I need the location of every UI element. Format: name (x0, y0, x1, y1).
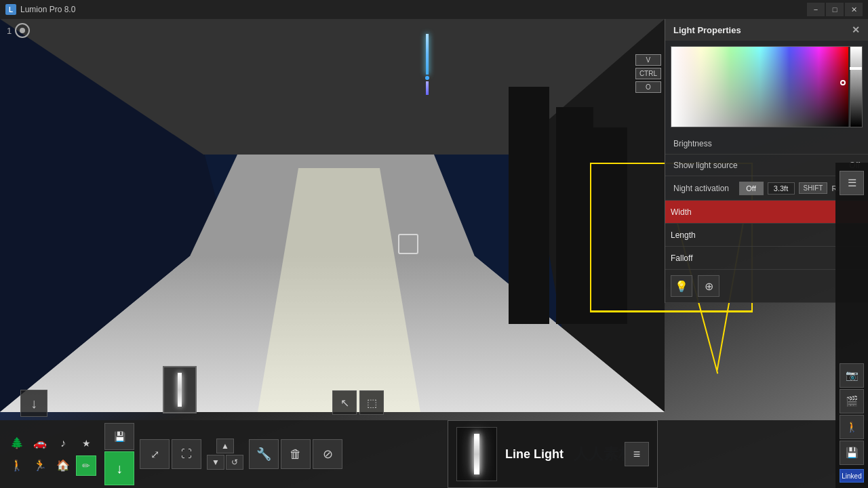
save-scene-button[interactable]: 💾 (104, 423, 134, 450)
transform-icons: ⤢ ⛶ (140, 439, 201, 469)
music-icon-btn[interactable]: ♪ (53, 433, 73, 453)
scene-eye: 1 (7, 23, 30, 38)
car-icon-btn[interactable]: 🚗 (30, 433, 50, 453)
svg-rect-6 (509, 87, 549, 324)
run-icon-btn[interactable]: 🏃 (30, 455, 50, 476)
cursor-arrow-button[interactable]: ↖ (332, 390, 357, 415)
arrow-mid-row: ▼ ↺ (207, 455, 243, 470)
watermark: 人人素材社区 (68, 102, 141, 118)
crosshair (398, 234, 418, 254)
light-body (426, 34, 429, 75)
move-button[interactable]: ⤢ (140, 439, 170, 469)
night-off-button[interactable]: Off (739, 182, 764, 195)
watermark: 人人素材社区 (34, 169, 107, 186)
minimize-button[interactable]: − (807, 3, 825, 16)
camera-icon-btn[interactable]: 📷 (840, 363, 864, 388)
svg-rect-8 (593, 127, 627, 324)
svg-marker-3 (0, 256, 665, 412)
settings-icon: ≡ (633, 447, 641, 462)
falloff-label: Falloff (671, 253, 692, 263)
edit-tools: 🔧 🗑 ⊘ (249, 439, 342, 469)
walk-icon-btn[interactable]: 🚶 (7, 455, 27, 476)
film-icon-btn[interactable]: 🎬 (840, 389, 864, 413)
rotate-button[interactable]: ↺ (226, 455, 243, 470)
watermark: 人人素材社区 (136, 41, 209, 57)
selected-light-indicator (163, 366, 197, 413)
shift-key-label: SHIFT (799, 182, 828, 194)
brightness-label: Brightness (673, 139, 860, 148)
night-activation-label: Night activation (673, 184, 735, 193)
svg-rect-7 (556, 107, 593, 324)
arrow-down-button[interactable]: ▼ (207, 455, 224, 470)
ctrl-key: CTRL (635, 68, 661, 79)
tag-icon-btn[interactable]: ✏ (76, 455, 96, 476)
arrow-up-button[interactable]: ▲ (216, 439, 234, 453)
cursor-rect-button[interactable]: ⬚ (359, 390, 384, 415)
category-icons-group: 🌲 🚗 ♪ ★ 🚶 🏃 🏠 ✏ (7, 433, 96, 476)
light-bulb-button[interactable]: 💡 (671, 275, 692, 297)
line-light-bar (474, 434, 479, 474)
scene-light-object[interactable] (425, 34, 429, 95)
line-light-settings-button[interactable]: ≡ (625, 442, 649, 466)
top-right-icon[interactable]: ☰ (840, 171, 864, 195)
window-controls: − □ ✕ (807, 3, 863, 16)
brightness-bar[interactable] (850, 47, 862, 127)
house-icon-btn[interactable]: 🏠 (53, 455, 73, 476)
color-gradient[interactable] (671, 47, 848, 127)
svg-marker-1 (0, 19, 271, 412)
download-area: 💾 ↓ (104, 423, 134, 485)
svg-marker-4 (0, 256, 665, 412)
app-icon: L (5, 4, 16, 15)
download-scene-button[interactable]: ↓ (20, 390, 47, 417)
watermark: 人人素材社区 (102, 305, 175, 321)
star-icon-btn[interactable]: ★ (76, 433, 96, 453)
watermark: 人人素材社区 (203, 102, 277, 118)
watermark: 人人素材社区 (237, 237, 311, 253)
category-icons-row2: 🚶 🏃 🏠 ✏ (7, 455, 96, 476)
show-light-source-label: Show light source (673, 161, 849, 170)
close-button[interactable]: ✕ (845, 3, 863, 16)
light-panel-header: Light Properties ✕ (665, 19, 868, 41)
night-activation-value: 3.3ft (768, 182, 795, 195)
wrench-button[interactable]: 🔧 (249, 439, 279, 469)
color-picker[interactable] (671, 46, 863, 127)
panel-title: Light Properties (673, 25, 741, 35)
svg-marker-9 (190, 155, 475, 256)
watermark: 人人素材社区 (380, 41, 453, 57)
v-key: V (635, 54, 661, 66)
linked-badge[interactable]: Linked (840, 469, 864, 483)
light-node (425, 76, 429, 80)
tree-icon-btn[interactable]: 🌲 (7, 433, 27, 453)
far-right-bar: ☰ 📷 🎬 🚶 💾 Linked (835, 163, 868, 488)
eye-icon (15, 23, 30, 38)
watermark: 人人素材社区 (34, 237, 107, 253)
watermark: 人人素材社区 (258, 41, 331, 57)
maximize-button[interactable]: □ (826, 3, 844, 16)
brightness-cursor[interactable] (850, 67, 862, 70)
cursor-select-area: ↖ ⬚ (332, 390, 384, 415)
cancel-button[interactable]: ⊘ (313, 439, 342, 469)
line-light-panel: Line Light ≡ (448, 420, 658, 488)
scene-download-area: ↓ (20, 390, 47, 417)
watermark: 人人素材社区 (14, 41, 87, 57)
light-bulb-icon: 💡 (675, 280, 688, 293)
scale-button[interactable]: ⛶ (172, 439, 201, 469)
app-title: Lumion Pro 8.0 (20, 5, 807, 14)
person-view-btn[interactable]: 🚶 (840, 415, 864, 439)
width-label: Width (671, 207, 692, 217)
save-btn[interactable]: 💾 (840, 441, 864, 465)
brightness-row: Brightness (665, 133, 868, 155)
keyboard-shortcuts: V CTRL O (635, 54, 661, 93)
line-light-title: Line Light (505, 447, 616, 462)
titlebar: L Lumion Pro 8.0 − □ ✕ (0, 0, 868, 19)
line-light-preview (456, 427, 497, 481)
crosshair-tool-button[interactable]: ⊕ (698, 275, 719, 297)
trash-button[interactable]: 🗑 (281, 439, 311, 469)
bottom-toolbar: 🌲 🚗 ♪ ★ 🚶 🏃 🏠 ✏ 💾 ↓ ⤢ ⛶ ▲ ▼ ↺ 🔧 🗑 ⊘ (0, 420, 868, 488)
light-area-bottom (590, 312, 753, 312)
download-button[interactable]: ↓ (104, 451, 134, 485)
svg-marker-5 (0, 19, 665, 155)
length-label: Length (671, 230, 696, 240)
panel-close-button[interactable]: ✕ (852, 24, 860, 35)
watermark: 人人素材社区 (339, 102, 412, 118)
